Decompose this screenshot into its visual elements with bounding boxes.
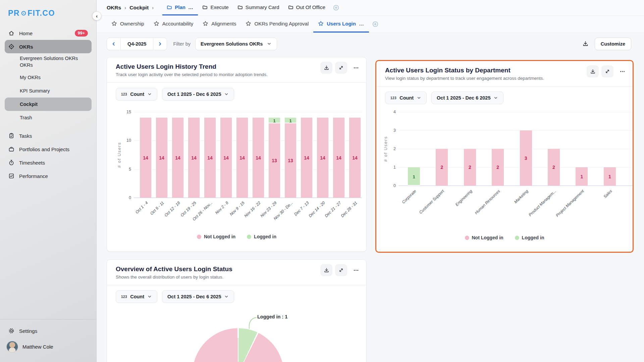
- sidebar-collapse-button[interactable]: ‹: [92, 11, 101, 20]
- bar-value-label: 14: [239, 155, 245, 161]
- bar-value-label: 1: [413, 174, 415, 179]
- bar-value-label: 1: [580, 174, 583, 179]
- bar-value-label: 14: [191, 155, 197, 161]
- chevron-left-icon: ‹: [96, 13, 98, 19]
- sidebar-item-trash[interactable]: Trash: [5, 111, 92, 124]
- sidebar-item-label: KPI Summary: [20, 88, 88, 94]
- bar-value-label: 13: [288, 158, 293, 163]
- tab-ownership[interactable]: Ownership: [107, 16, 149, 33]
- folder-icon: [237, 5, 243, 10]
- tab-execute[interactable]: Execute: [198, 0, 233, 15]
- sidebar-item-label: My OKRs: [20, 75, 88, 80]
- filter-by-label: Filter by: [173, 41, 191, 47]
- tab-plan[interactable]: Plan…: [162, 0, 198, 15]
- breadcrumb-okrs[interactable]: OKRs: [107, 5, 121, 11]
- performance-icon: [8, 173, 14, 179]
- prev-period-button[interactable]: [107, 38, 120, 50]
- bar-value-label: 14: [175, 155, 180, 161]
- sidebar-item-performance[interactable]: Performance: [5, 169, 92, 183]
- chevron-left-icon: [111, 41, 116, 47]
- sidebar-item-portfolios-and-projects[interactable]: Portfolios and Projects: [5, 142, 92, 156]
- pie[interactable]: [193, 328, 284, 362]
- y-tick-label: 2: [384, 146, 396, 151]
- star-icon: [203, 21, 208, 26]
- star-icon: [111, 21, 117, 26]
- tab-out-of-office[interactable]: Out Of Office: [284, 0, 330, 15]
- chevron-down-icon: [267, 41, 272, 46]
- stopwatch-icon: [8, 160, 14, 166]
- customize-button[interactable]: Customize: [595, 38, 631, 50]
- legend-item-logged-in[interactable]: Logged in: [515, 235, 544, 240]
- sidebar-item-my-okrs[interactable]: My OKRs: [5, 71, 92, 84]
- sidebar-item-kpi-summary[interactable]: KPI Summary: [5, 84, 92, 98]
- gridline: [398, 130, 633, 131]
- tab-label: Summary Card: [246, 4, 279, 10]
- sidebar-item-okrs[interactable]: OKRs: [5, 40, 92, 53]
- y-tick-label: 4: [384, 110, 396, 114]
- y-tick-label: 0: [384, 183, 396, 188]
- sidebar-item-label: Evergreen Solutions OKRs OKRs: [20, 55, 88, 68]
- folder-tabs: Plan…ExecuteSummary CardOut Of Office: [162, 0, 339, 15]
- sidebar-item-timesheets[interactable]: Timesheets: [5, 156, 92, 169]
- gridline: [134, 112, 362, 112]
- target-icon: [8, 44, 14, 50]
- tab-overflow-icon[interactable]: …: [188, 4, 194, 10]
- period-pager: Q4-2025: [107, 38, 167, 50]
- folder-icon: [288, 5, 293, 10]
- sidebar-item-label: Cockpit: [20, 102, 88, 107]
- tab-alignments[interactable]: Alignments: [198, 16, 241, 33]
- tab-overflow-icon[interactable]: …: [359, 21, 365, 26]
- legend-item-not-logged-in[interactable]: Not Logged in: [197, 234, 235, 239]
- bar-value-label: 2: [552, 165, 555, 170]
- sidebar-item-cockpit[interactable]: Cockpit: [5, 98, 92, 111]
- breadcrumb-cockpit[interactable]: Cockpit: [129, 5, 149, 11]
- y-tick-label: 5: [120, 167, 131, 172]
- tab-label: OKRs Pending Approval: [254, 21, 309, 26]
- bar-value-label: 14: [256, 155, 261, 161]
- bar-value-label: 13: [272, 158, 277, 163]
- user-menu[interactable]: Matthew Cole: [0, 338, 96, 355]
- sidebar-item-label: Portfolios and Projects: [19, 146, 88, 152]
- legend-label: Logged in: [522, 235, 544, 240]
- tab-label: Accountability: [162, 21, 194, 26]
- user-name: Matthew Cole: [22, 344, 53, 350]
- gridline: [398, 149, 633, 149]
- okr-filter-dropdown[interactable]: Evergreen Solutions OKRs: [195, 38, 277, 50]
- logo: PR FIT.CO: [0, 0, 96, 18]
- chevron-right-icon: [157, 41, 163, 47]
- add-tab-button[interactable]: [333, 0, 339, 15]
- settings-label: Settings: [19, 328, 37, 334]
- period-value[interactable]: Q4-2025: [120, 38, 153, 50]
- sidebar-item-evergreen-solutions-okrs-okrs[interactable]: Evergreen Solutions OKRs OKRs: [5, 53, 92, 71]
- legend-dot: [515, 236, 519, 240]
- breadcrumb-separator: ›: [152, 5, 154, 11]
- dashboard-tab-bar: OwnershipAccountabilityAlignmentsOKRs Pe…: [97, 16, 644, 33]
- bar-value-label: 2: [469, 165, 471, 170]
- y-tick-label: 15: [120, 110, 131, 114]
- sidebar-item-label: Trash: [20, 115, 88, 120]
- tab-users-login[interactable]: Users Login…: [313, 16, 369, 33]
- tab-summary-card[interactable]: Summary Card: [233, 0, 284, 15]
- sidebar-item-tasks[interactable]: Tasks: [5, 129, 92, 142]
- tab-accountability[interactable]: Accountability: [149, 16, 198, 33]
- bar-value-label: 1: [608, 174, 611, 179]
- y-tick-label: 3: [384, 128, 396, 133]
- download-button[interactable]: [582, 41, 589, 47]
- legend-item-logged-in[interactable]: Logged in: [247, 234, 276, 239]
- sidebar-item-settings[interactable]: Settings: [0, 323, 96, 338]
- okr-filter-value: Evergreen Solutions OKRs: [201, 41, 263, 47]
- tab-label: Ownership: [120, 21, 144, 26]
- add-dashboard-tab-button[interactable]: [372, 16, 378, 33]
- sidebar-item-label: Performance: [19, 173, 88, 179]
- y-tick-label: 1: [384, 165, 396, 170]
- next-period-button[interactable]: [153, 38, 167, 50]
- tab-okrs-pending-approval[interactable]: OKRs Pending Approval: [241, 16, 313, 33]
- tab-label: Users Login: [327, 21, 356, 26]
- legend-item-not-logged-in[interactable]: Not Logged in: [465, 235, 503, 240]
- sidebar-item-home[interactable]: Home99+: [5, 26, 92, 40]
- bar-chart-login-history: # of Users05101514Oct 1 - 414Oct 5 - 111…: [107, 57, 366, 251]
- sidebar-bottom: Settings Matthew Cole: [0, 319, 96, 355]
- sidebar-item-label: Tasks: [19, 133, 88, 139]
- filter-bar: Q4-2025 Filter by Evergreen Solutions OK…: [97, 33, 644, 55]
- legend-dot: [197, 235, 201, 239]
